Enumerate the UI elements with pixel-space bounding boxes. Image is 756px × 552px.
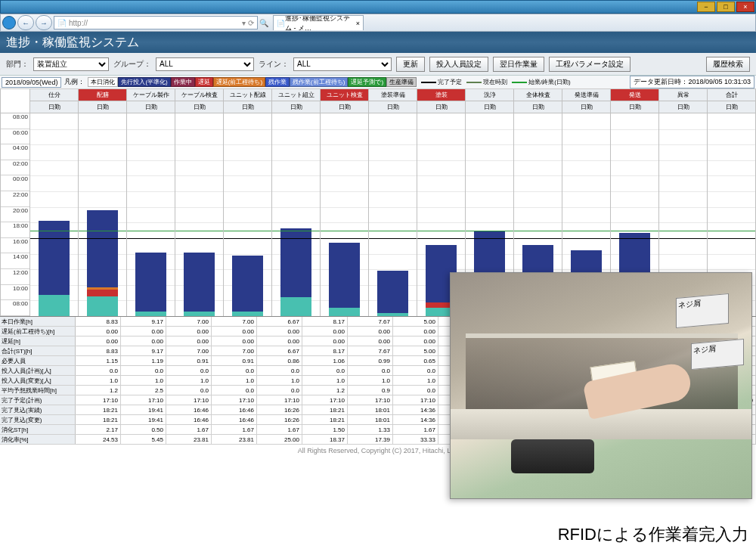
data-cell: 1.2 — [76, 386, 121, 395]
data-cell: 7.00 — [212, 317, 257, 326]
data-cell: 0.0 — [257, 386, 302, 395]
data-cell: 18:01 — [348, 415, 393, 424]
row-label: 完了予定(計画) — [0, 395, 76, 405]
data-cell: 1.0 — [393, 376, 438, 385]
dept-select[interactable]: 装置組立 — [33, 57, 109, 71]
data-cell: 0.0 — [348, 366, 393, 375]
address-bar[interactable]: 📄 http:// ▾ ⟳ — [54, 16, 258, 29]
ie-logo-icon — [2, 16, 16, 29]
data-cell: 1.0 — [121, 376, 166, 385]
chart-cell — [79, 113, 126, 316]
group-select[interactable]: ALL — [156, 57, 254, 71]
data-cell: 0.0 — [257, 366, 302, 375]
maximize-button[interactable]: □ — [717, 2, 735, 12]
data-cell: 17:10 — [257, 395, 302, 405]
param-button[interactable]: 工程パラメータ設定 — [549, 57, 631, 72]
hour-label: 12:00 — [1, 269, 29, 285]
data-cell: 0.50 — [121, 425, 166, 434]
search-icon[interactable]: 🔍 — [259, 19, 268, 27]
hour-label: 14:00 — [1, 253, 29, 269]
row-label: 必要人員 — [0, 356, 76, 365]
shift-header: 日勤 — [321, 101, 368, 113]
tab-close-icon[interactable]: × — [356, 20, 360, 27]
row-label: 合計(ST)[h] — [0, 346, 76, 355]
data-cell: 14:36 — [393, 415, 438, 424]
url-dropdown-icon[interactable]: ▾ — [242, 19, 246, 27]
shift-header: 日勤 — [272, 101, 320, 113]
data-cell: 8.17 — [302, 317, 348, 326]
data-cell: 9.17 — [121, 317, 166, 326]
data-cell: 17:10 — [302, 395, 348, 405]
data-cell: 16:46 — [212, 405, 257, 414]
shift-header: 日勤 — [79, 101, 126, 113]
chart-cell — [321, 113, 368, 316]
process-column: ユニット検査日勤 — [321, 89, 369, 316]
data-cell: 2.5 — [121, 386, 166, 395]
process-header: 発送 — [611, 89, 658, 101]
data-cell: 0.00 — [212, 336, 257, 346]
legend-tag: 作業中 — [171, 77, 195, 87]
hour-label: 04:00 — [1, 144, 29, 160]
row-label: 本日作業[h] — [0, 317, 76, 326]
data-cell: 0.00 — [121, 327, 166, 336]
process-column: ユニット組立日勤 — [272, 89, 321, 316]
legend-tag: 遅延 — [195, 77, 213, 87]
refresh-icon[interactable]: ⟳ — [248, 19, 254, 27]
shift-header: 日勤 — [127, 101, 175, 113]
data-cell: 0.00 — [166, 327, 212, 336]
shift-header: 日勤 — [659, 101, 707, 113]
back-button[interactable]: ← — [17, 15, 34, 30]
line-select[interactable]: ALL — [293, 57, 392, 71]
process-header: 仕分 — [30, 89, 78, 101]
data-cell: 14:36 — [393, 405, 438, 414]
hour-label: 10:00 — [1, 285, 29, 301]
hour-label: 02:00 — [1, 160, 29, 176]
update-button[interactable]: 更新 — [396, 57, 425, 72]
legend-tag: 生産準備 — [386, 77, 417, 87]
data-cell: 1.06 — [302, 356, 348, 365]
row-label: 投入人員(変更)[人] — [0, 376, 76, 385]
data-cell: 1.0 — [257, 376, 302, 385]
shift-header: 日勤 — [224, 101, 271, 113]
nextday-button[interactable]: 翌日作業量 — [493, 57, 544, 72]
legend-tag: 遅延(前工程待ち) — [213, 77, 265, 87]
data-cell: 23.81 — [166, 435, 212, 444]
hour-label: 20:00 — [1, 207, 29, 223]
history-button[interactable]: 履歴検索 — [706, 57, 750, 72]
data-cell: 7.00 — [166, 317, 212, 326]
process-header: 洗浄 — [466, 89, 513, 101]
process-column: 仕分日勤 — [30, 89, 79, 316]
browser-tab[interactable]: 📄 進捗･稼働監視システム - メ… × — [273, 15, 364, 30]
data-cell: 1.33 — [348, 425, 393, 434]
data-cell: 5.00 — [393, 317, 438, 326]
data-cell: 0.86 — [257, 356, 302, 365]
chart-cell — [175, 113, 223, 316]
hour-label: 18:00 — [1, 222, 29, 238]
info-row: 2018/09/05(Wed) 凡例： 本日消化先行投入(平準化)作業中遅延遅延… — [0, 76, 756, 89]
minimize-button[interactable]: − — [697, 2, 715, 12]
shift-header: 日勤 — [708, 101, 755, 113]
hour-label: 06:00 — [1, 129, 29, 145]
close-button[interactable]: × — [736, 2, 754, 12]
data-cell: 0.0 — [302, 366, 348, 375]
data-cell: 0.00 — [257, 336, 302, 346]
photo-caption: RFIDによる作業着完入力 — [558, 523, 748, 546]
shift-header: 日勤 — [562, 101, 610, 113]
data-cell: 1.0 — [76, 376, 121, 385]
data-cell: 0.00 — [302, 336, 348, 346]
process-column: ユニット配線日勤 — [224, 89, 272, 316]
data-cell: 0.65 — [393, 356, 438, 365]
filter-bar: 部門： 装置組立 グループ： ALL ライン： ALL 更新 投入人員設定 翌日… — [0, 53, 756, 76]
chart-cell — [224, 113, 271, 316]
data-cell: 0.99 — [348, 356, 393, 365]
hour-label: 08:00 — [1, 300, 29, 316]
data-cell: 1.67 — [166, 425, 212, 434]
data-cell: 17:10 — [212, 395, 257, 405]
staff-button[interactable]: 投入人員設定 — [429, 57, 488, 72]
data-cell: 16:26 — [257, 415, 302, 424]
browser-toolbar: ← → 📄 http:// ▾ ⟳ 🔍 📄 進捗･稼働監視システム - メ… × — [0, 14, 756, 32]
data-cell: 16:26 — [257, 405, 302, 414]
forward-button[interactable]: → — [36, 15, 52, 30]
group-label: グループ： — [113, 59, 151, 70]
data-cell: 0.91 — [166, 356, 212, 365]
